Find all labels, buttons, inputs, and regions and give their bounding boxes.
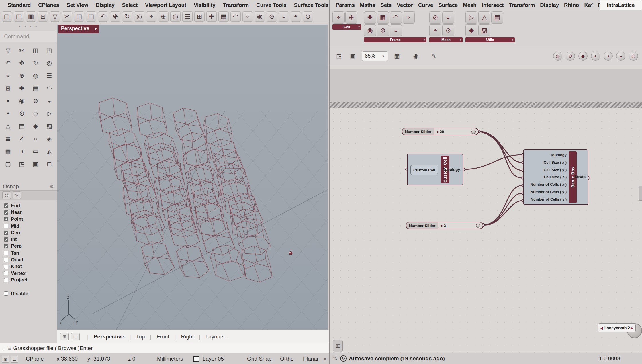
tab-layouts[interactable]: Layouts... xyxy=(205,334,229,340)
conform-surface-icon[interactable]: ▦ xyxy=(377,11,389,24)
gh-menu-params[interactable]: Params xyxy=(333,2,357,8)
osnap-quad-checkbox[interactable] xyxy=(4,258,8,262)
rhino-menu-viewport-layout[interactable]: Viewport Layout xyxy=(141,2,190,8)
select-icon[interactable]: ▽ xyxy=(1,44,15,57)
pan-view-icon[interactable]: ✥ xyxy=(110,11,120,22)
osnap-near-checkbox[interactable] xyxy=(4,210,8,215)
join-icon[interactable]: ≣ xyxy=(1,132,15,145)
offset-icon[interactable]: △ xyxy=(1,120,15,132)
osnap-mid[interactable]: Mid xyxy=(4,223,57,230)
status-panel-icon[interactable]: ▣ xyxy=(2,356,9,363)
gh-group-label-frame[interactable]: Frame▾ xyxy=(364,37,426,42)
extend-icon[interactable]: ◇ xyxy=(29,107,42,120)
viewport-layout-icon[interactable]: ⊞ xyxy=(194,11,205,22)
status-units[interactable]: Millimeters xyxy=(157,356,183,362)
box-icon[interactable]: ▦ xyxy=(29,82,42,95)
gh-menu-mesh[interactable]: Mesh xyxy=(460,2,479,8)
shade-icon[interactable]: ⊟ xyxy=(42,158,56,170)
gh-group-label-utils[interactable]: Utils▾ xyxy=(465,37,515,42)
custom-cell-input[interactable]: Custom Cell xyxy=(410,165,438,175)
custom-cell-component[interactable]: Custom Cell Custom Cell Topology xyxy=(407,154,463,185)
check-icon[interactable]: ▣ xyxy=(29,158,42,170)
sphere-icon[interactable]: ✚ xyxy=(15,82,29,95)
rotate-object-icon[interactable]: ▩ xyxy=(1,145,15,158)
gh-menu-ka[interactable]: Ka² xyxy=(582,2,595,8)
gh-menu-transform[interactable]: Transform xyxy=(506,2,537,8)
point-editing-icon[interactable]: ∘ xyxy=(242,11,253,22)
solver-icon[interactable]: ◎ xyxy=(629,52,638,61)
palette-drag-handle[interactable]: • • • • xyxy=(0,24,57,29)
group-icon[interactable]: ⊘ xyxy=(566,52,575,61)
number-slider-cell-count[interactable]: Number Slider ◆ 3 xyxy=(406,222,483,229)
rectangle-icon[interactable]: ◎ xyxy=(42,57,56,69)
tab-intralattice[interactable]: IntraLattice xyxy=(600,0,642,10)
cleanse-mesh-icon[interactable]: ▤ xyxy=(491,11,503,24)
circle-icon[interactable]: ↶ xyxy=(1,57,15,69)
conic-icon[interactable]: ☰ xyxy=(42,69,56,82)
osnap-disable-checkbox[interactable] xyxy=(4,291,8,296)
input-cell-size-x[interactable]: Cell Size ( x ) xyxy=(525,159,568,166)
selection-filter-icon[interactable]: ▽ xyxy=(50,11,60,22)
polyline-icon[interactable]: ↻ xyxy=(29,57,42,69)
output-struts[interactable]: Struts xyxy=(574,175,586,179)
input-number-of-cells-z[interactable]: Number of Cells ( z ) xyxy=(525,196,568,203)
basic-box-component[interactable]: Topology Cell Size ( x ) Cell Size ( y )… xyxy=(523,149,588,205)
osnap-center-icon[interactable]: ◎ xyxy=(2,191,11,199)
osnap-end[interactable]: End xyxy=(4,202,57,209)
output-topology[interactable]: Topology xyxy=(443,154,460,185)
osnap-vertex[interactable]: Vertex xyxy=(4,270,57,277)
trim-icon[interactable]: ◒ xyxy=(42,95,56,107)
osnap-knot[interactable]: Knot xyxy=(4,263,57,270)
conform-map-icon[interactable]: ⊘ xyxy=(377,24,389,36)
fillet-icon[interactable]: ⊙ xyxy=(15,107,29,120)
mesh-view-icon[interactable]: ⊙ xyxy=(442,24,454,36)
navigate-next-icon[interactable]: ▶ xyxy=(631,326,633,330)
mesh-tools-icon[interactable]: ▦ xyxy=(218,11,229,22)
tab-front[interactable]: Front xyxy=(156,334,169,340)
revolve-icon[interactable]: ◆ xyxy=(29,120,42,132)
preview-mesh-icon[interactable]: △ xyxy=(478,11,490,24)
osnap-tan[interactable]: Tan xyxy=(4,250,57,257)
preview-quality-icon[interactable]: ▦ xyxy=(392,51,402,61)
open-document-icon[interactable]: ◳ xyxy=(334,51,344,61)
input-cell-size-z[interactable]: Cell Size ( z ) xyxy=(525,173,568,181)
conform-point-icon[interactable]: ∘ xyxy=(403,11,415,24)
paste-icon[interactable]: ◰ xyxy=(86,11,96,22)
osnap-int[interactable]: Int xyxy=(4,236,57,243)
copy-object-icon[interactable]: ◈ xyxy=(42,132,56,145)
boolean-icon[interactable]: ◳ xyxy=(15,158,29,170)
tab-right[interactable]: Right xyxy=(181,334,193,340)
sweep-icon[interactable]: ▨ xyxy=(42,120,56,132)
arc-icon[interactable]: ✥ xyxy=(15,57,29,69)
spotlight-icon[interactable]: ◍ xyxy=(170,11,181,22)
chamfer-icon[interactable]: ▷ xyxy=(42,107,56,120)
polygon-icon[interactable]: ⊕ xyxy=(15,69,29,82)
osnap-vertex-checkbox[interactable] xyxy=(4,271,8,275)
viewport-grid-icon[interactable]: ⊞ xyxy=(60,333,69,340)
curve-control-points-icon[interactable]: ◰ xyxy=(42,44,56,57)
lamp-icon[interactable]: ◉ xyxy=(255,11,265,22)
move-object-icon[interactable]: ○ xyxy=(29,132,42,145)
number-slider-cell-size[interactable]: Number Slider ◆ 20 xyxy=(402,128,479,135)
conform-axis-icon[interactable]: ◠ xyxy=(390,11,402,24)
status-layer[interactable]: Layer 05 xyxy=(203,356,224,362)
rhino-menu-display[interactable]: Display xyxy=(92,2,118,8)
basic-box-icon[interactable]: ✚ xyxy=(364,11,376,24)
slider-knob[interactable] xyxy=(476,224,480,228)
move-icon[interactable]: ✚ xyxy=(206,11,217,22)
bake-icon[interactable]: ◐ xyxy=(591,52,600,61)
slider-track[interactable]: ◆ 3 xyxy=(438,222,483,229)
osnap-cen[interactable]: Cen xyxy=(4,229,57,236)
list-icon[interactable]: ☰ xyxy=(7,346,13,351)
osnap-project[interactable]: Project xyxy=(4,277,57,284)
save-file-icon[interactable]: ▣ xyxy=(26,11,36,22)
input-cell-size-y[interactable]: Cell Size ( y ) xyxy=(525,166,568,173)
copy-icon[interactable]: ◫ xyxy=(74,11,84,22)
file-navigator[interactable]: ◀ Honeycomb 2 ▶ xyxy=(598,323,636,332)
surface-plane-icon[interactable]: ⊞ xyxy=(1,82,15,95)
convex-hull-icon[interactable]: ◓ xyxy=(429,24,441,36)
side-panel-handle[interactable] xyxy=(639,186,642,201)
grid-cell-icon[interactable]: ⌖ xyxy=(332,11,345,24)
gh-menu-intersect[interactable]: Intersect xyxy=(479,2,506,8)
preview-shaded-icon[interactable]: ◒ xyxy=(616,52,625,61)
